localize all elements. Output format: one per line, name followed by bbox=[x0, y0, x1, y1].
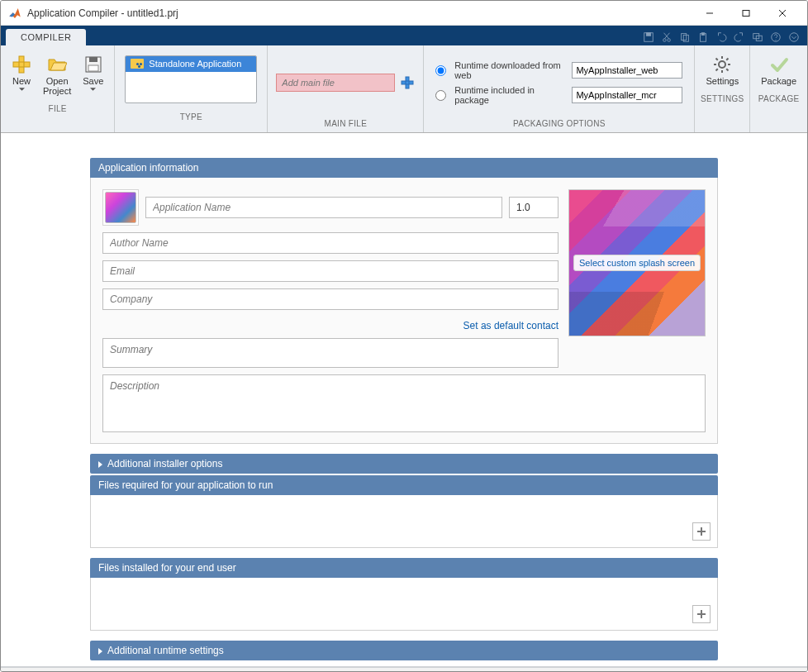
plus-icon bbox=[401, 76, 414, 89]
minimize-button[interactable] bbox=[692, 1, 728, 26]
settings-button[interactable]: Settings bbox=[700, 50, 744, 90]
application-name-input[interactable] bbox=[145, 197, 502, 218]
plus-icon bbox=[696, 609, 706, 619]
svg-rect-13 bbox=[701, 33, 705, 36]
add-main-file-button[interactable] bbox=[400, 75, 415, 90]
title-bar: Application Compiler - untitled1.prj bbox=[1, 1, 807, 26]
section-header-installer-options[interactable]: Additional installer options bbox=[90, 454, 718, 474]
tab-compiler[interactable]: COMPILER bbox=[6, 29, 86, 45]
save-label: Save bbox=[83, 76, 103, 86]
svg-line-8 bbox=[664, 33, 669, 39]
author-name-input[interactable] bbox=[102, 232, 558, 254]
qat-undo-icon[interactable] bbox=[715, 31, 728, 44]
application-type-list[interactable]: Standalone Application bbox=[125, 55, 257, 103]
svg-rect-25 bbox=[88, 65, 98, 71]
group-label-file: FILE bbox=[49, 102, 67, 116]
type-standalone-item[interactable]: Standalone Application bbox=[126, 56, 256, 72]
quick-access-toolbar bbox=[642, 31, 802, 45]
close-button[interactable] bbox=[764, 1, 801, 26]
plus-icon bbox=[12, 55, 31, 74]
description-textarea[interactable] bbox=[102, 374, 706, 432]
main-file-input[interactable] bbox=[276, 74, 395, 92]
toolstrip-tabs: COMPILER bbox=[1, 26, 807, 45]
package-label: Package bbox=[761, 76, 796, 86]
svg-point-30 bbox=[719, 61, 725, 68]
svg-line-38 bbox=[716, 69, 718, 70]
check-icon bbox=[769, 55, 789, 74]
maximize-button[interactable] bbox=[728, 1, 764, 26]
save-button[interactable]: Save bbox=[77, 50, 109, 95]
svg-point-18 bbox=[790, 33, 799, 42]
runtime-mcr-option[interactable]: Runtime included in package bbox=[435, 85, 682, 105]
runtime-mcr-radio[interactable] bbox=[435, 90, 446, 101]
open-project-button[interactable]: Open Project bbox=[37, 50, 77, 100]
ribbon-group-file: New Open Project Save FILE bbox=[1, 45, 115, 132]
qat-paste-icon[interactable] bbox=[696, 31, 710, 44]
ribbon-group-settings: Settings SETTINGS bbox=[695, 45, 750, 132]
package-button[interactable]: Package bbox=[755, 50, 802, 90]
svg-rect-20 bbox=[13, 62, 30, 67]
section-header-runtime-settings[interactable]: Additional runtime settings bbox=[90, 641, 718, 660]
group-label-mainfile: MAIN FILE bbox=[325, 117, 368, 131]
open-project-label: Open Project bbox=[43, 76, 71, 96]
qat-chevron-down-icon[interactable] bbox=[787, 31, 801, 44]
svg-point-7 bbox=[668, 39, 671, 42]
ribbon-group-type: Standalone Application TYPE bbox=[115, 45, 268, 132]
runtime-mcr-name-input[interactable] bbox=[572, 87, 682, 103]
workspace-scroll[interactable]: Application information Set as default c… bbox=[1, 133, 807, 666]
runtime-web-radio[interactable] bbox=[435, 65, 446, 76]
app-icon-picker[interactable] bbox=[102, 189, 139, 226]
new-button[interactable]: New bbox=[6, 50, 37, 95]
new-label: New bbox=[12, 76, 31, 86]
svg-line-35 bbox=[716, 59, 718, 60]
section-header-files-installed: Files installed for your end user bbox=[90, 558, 718, 578]
qat-help-icon[interactable] bbox=[769, 31, 782, 44]
runtime-web-name-input[interactable] bbox=[572, 62, 682, 79]
section-header-app-info: Application information bbox=[90, 158, 718, 178]
add-required-file-button[interactable] bbox=[692, 522, 711, 541]
svg-line-37 bbox=[727, 59, 729, 60]
files-installed-dropzone[interactable] bbox=[90, 578, 718, 631]
runtime-web-option[interactable]: Runtime downloaded from web bbox=[435, 60, 682, 80]
ribbon-group-mainfile: MAIN FILE bbox=[268, 45, 424, 132]
section-label: Additional runtime settings bbox=[107, 645, 224, 656]
qat-switch-windows-icon[interactable] bbox=[751, 31, 764, 44]
app-icon-thumbnail bbox=[105, 192, 136, 223]
plus-icon bbox=[696, 527, 706, 536]
group-label-type: TYPE bbox=[180, 110, 202, 124]
company-input[interactable] bbox=[102, 288, 558, 310]
qat-cut-icon[interactable] bbox=[660, 31, 673, 44]
group-label-packaging: PACKAGING OPTIONS bbox=[513, 117, 606, 131]
qat-save-icon[interactable] bbox=[642, 31, 655, 44]
save-icon bbox=[83, 55, 103, 74]
type-item-label: Standalone Application bbox=[149, 59, 241, 69]
splash-screen-picker[interactable]: Select custom splash screen bbox=[568, 189, 706, 336]
section-label: Additional installer options bbox=[107, 458, 222, 469]
qat-redo-icon[interactable] bbox=[733, 31, 746, 44]
chevron-down-icon bbox=[90, 88, 96, 91]
svg-rect-1 bbox=[743, 10, 749, 16]
qat-copy-icon[interactable] bbox=[678, 31, 692, 44]
runtime-mcr-label: Runtime included in package bbox=[454, 85, 565, 105]
svg-rect-27 bbox=[402, 81, 413, 84]
group-label-settings: SETTINGS bbox=[701, 92, 744, 106]
email-input[interactable] bbox=[102, 260, 558, 282]
group-label-package: PACKAGE bbox=[758, 92, 800, 106]
app-info-panel: Set as default contact Select custom spl… bbox=[90, 178, 718, 444]
svg-rect-5 bbox=[646, 33, 650, 36]
window-title: Application Compiler - untitled1.prj bbox=[27, 7, 692, 19]
version-input[interactable] bbox=[509, 197, 558, 218]
set-default-contact-link[interactable]: Set as default contact bbox=[102, 320, 558, 331]
ribbon-group-packaging: Runtime downloaded from web Runtime incl… bbox=[424, 45, 695, 132]
settings-label: Settings bbox=[706, 76, 739, 86]
app-window-icon bbox=[131, 59, 144, 69]
add-installed-file-button[interactable] bbox=[692, 605, 711, 623]
files-required-dropzone[interactable] bbox=[90, 495, 718, 548]
section-header-files-required: Files required for your application to r… bbox=[90, 475, 718, 495]
window-resize-grip[interactable] bbox=[1, 666, 807, 671]
svg-point-6 bbox=[663, 39, 667, 42]
summary-textarea[interactable] bbox=[102, 338, 558, 368]
splash-screen-label: Select custom splash screen bbox=[573, 255, 701, 271]
expand-triangle-icon bbox=[98, 645, 102, 656]
svg-line-36 bbox=[727, 69, 729, 70]
